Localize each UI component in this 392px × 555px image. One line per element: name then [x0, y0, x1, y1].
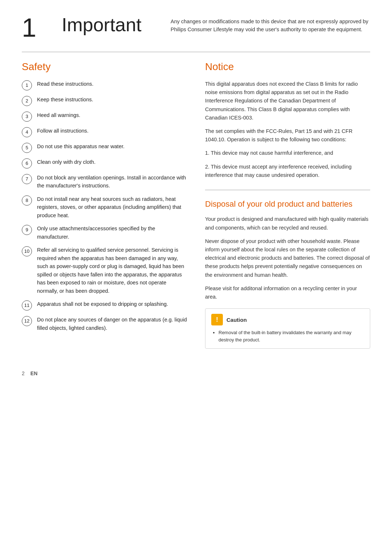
safety-section: Safety 1 Read these instructions. 2 Keep…	[22, 61, 187, 337]
list-item: 5 Do not use this apparatus near water.	[22, 142, 187, 153]
page-header: 1 Important Any changes or modifications…	[22, 15, 370, 41]
item-number: 6	[22, 158, 32, 169]
item-number: 4	[22, 127, 32, 137]
list-item: 9 Only use attachments/accessories speci…	[22, 224, 187, 241]
caution-header: ! Caution	[211, 314, 364, 325]
disposal-paragraph3: Please visit for additonal information o…	[205, 284, 370, 301]
list-item: 7 Do not block any ventilation openings.…	[22, 174, 187, 190]
caution-icon: !	[211, 314, 223, 325]
right-column: Notice This digital apparatus does not e…	[205, 61, 370, 349]
item-number: 7	[22, 174, 32, 184]
chapter-number: 1	[22, 15, 47, 41]
notice-condition2: 2. This device must accept any interfere…	[205, 163, 370, 179]
item-number: 10	[22, 246, 32, 256]
chapter-title: Important	[62, 15, 156, 35]
item-text: Do not use this apparatus near water.	[37, 142, 187, 150]
list-item: 12 Do not place any sources of danger on…	[22, 316, 187, 332]
notice-paragraph1: This digital apparatus does not exceed t…	[205, 80, 370, 122]
item-number: 12	[22, 316, 32, 326]
item-text: Do not install near any heat sources suc…	[37, 195, 187, 219]
notice-condition1: 1. This device may not cause harmful int…	[205, 149, 370, 157]
item-number: 11	[22, 300, 32, 311]
safety-title: Safety	[22, 61, 187, 73]
list-item: 1 Read these instructions.	[22, 80, 187, 90]
list-item: 10 Refer all servicing to qualified serv…	[22, 246, 187, 295]
disposal-section: Disposal of your old product and batteri…	[205, 199, 370, 301]
main-content: Safety 1 Read these instructions. 2 Keep…	[22, 61, 370, 349]
item-text: Heed all warnings.	[37, 111, 187, 119]
notice-paragraph2: The set complies with the FCC-Rules, Par…	[205, 127, 370, 144]
notice-divider	[205, 190, 370, 190]
notice-section: Notice This digital apparatus does not e…	[205, 61, 370, 179]
list-item: 6 Clean only with dry cloth.	[22, 158, 187, 169]
item-text: Clean only with dry cloth.	[37, 158, 187, 166]
item-number: 9	[22, 225, 32, 235]
item-text: Apparatus shall not be exposed to drippi…	[37, 300, 187, 308]
disposal-title: Disposal of your old product and batteri…	[205, 199, 370, 210]
header-body-text: Any changes or modifications made to thi…	[171, 15, 370, 34]
item-number: 2	[22, 96, 32, 106]
item-text: Follow all instructions.	[37, 127, 187, 135]
caution-box: ! Caution Removal of the built-in batter…	[205, 308, 370, 349]
item-text: Keep these instructions.	[37, 96, 187, 104]
disposal-paragraph1: Your product is designed and manufacture…	[205, 215, 370, 232]
list-item: 2 Keep these instructions.	[22, 96, 187, 106]
list-item: 11 Apparatus shall not be exposed to dri…	[22, 300, 187, 311]
notice-title: Notice	[205, 61, 370, 73]
header-divider	[22, 52, 370, 52]
item-text: Do not place any sources of danger on th…	[37, 316, 187, 332]
caution-list: Removal of the built-in battery invalida…	[211, 329, 364, 343]
list-item: 4 Follow all instructions.	[22, 127, 187, 137]
item-text: Refer all servicing to qualified service…	[37, 246, 187, 295]
item-number: 3	[22, 112, 32, 122]
list-item: 3 Heed all warnings.	[22, 111, 187, 122]
item-text: Read these instructions.	[37, 80, 187, 88]
item-number: 5	[22, 143, 32, 153]
disposal-paragraph2: Never dispose of your product with other…	[205, 237, 370, 279]
footer-page-number: 2	[22, 370, 25, 376]
caution-label: Caution	[226, 317, 247, 323]
list-item: 8 Do not install near any heat sources s…	[22, 195, 187, 219]
footer-language: EN	[30, 370, 37, 376]
item-text: Do not block any ventilation openings. I…	[37, 174, 187, 190]
item-number: 1	[22, 80, 32, 90]
list-item: Removal of the built-in battery invalida…	[219, 329, 364, 343]
safety-list: 1 Read these instructions. 2 Keep these …	[22, 80, 187, 332]
item-text: Only use attachments/accessories specifi…	[37, 224, 187, 241]
page-footer: 2 EN	[22, 370, 370, 376]
item-number: 8	[22, 195, 32, 206]
